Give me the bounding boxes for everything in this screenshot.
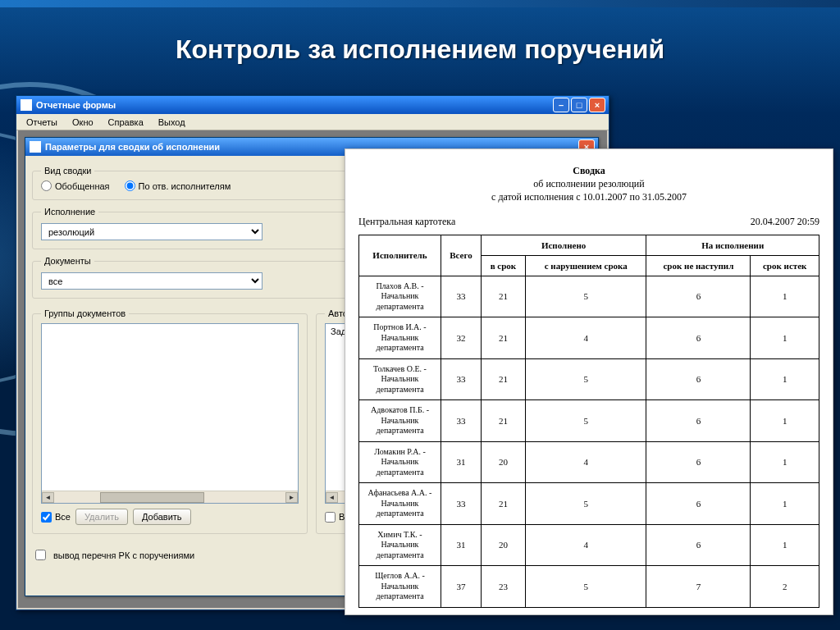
group-doc-groups: Группы документов ◄ ► Все (32, 308, 308, 534)
combo-documents[interactable]: все (41, 272, 262, 290)
cell-total: 37 (441, 566, 482, 608)
cell-total: 33 (441, 400, 482, 442)
scroll-left-icon[interactable]: ◄ (42, 492, 54, 503)
listbox-doc-groups[interactable]: ◄ ► (41, 323, 299, 504)
cell-in_time: 21 (481, 358, 525, 400)
cell-violated: 5 (526, 400, 646, 442)
cell-exec: Афанасьева А.А. - Начальник департамента (359, 483, 441, 525)
report-title-3: с датой исполнения с 10.01.2007 по 31.05… (358, 190, 819, 203)
cell-in_time: 21 (481, 317, 525, 359)
menu-window[interactable]: Окно (66, 116, 100, 129)
cell-exec: Щеглов А.А. - Начальник департамента (359, 566, 441, 608)
cell-violated: 5 (526, 566, 646, 608)
combo-execution[interactable]: резолюций (41, 223, 262, 240)
cell-expired: 1 (751, 524, 819, 566)
th-not-due: срок не наступил (646, 255, 751, 276)
report-header: Сводка об исполнении резолюций с датой и… (358, 164, 819, 204)
minimize-button[interactable]: – (553, 98, 569, 112)
cell-total: 32 (441, 317, 482, 359)
cell-expired: 1 (751, 400, 819, 442)
cell-not_due: 7 (646, 566, 751, 608)
cell-total: 33 (441, 358, 482, 400)
report-table: Исполнитель Всего Исполнено На исполнени… (358, 235, 819, 608)
radio-general-input[interactable] (41, 180, 52, 191)
menu-exit[interactable]: Выход (152, 116, 192, 129)
checkbox-all-groups[interactable]: Все (41, 512, 71, 523)
cell-not_due: 6 (646, 400, 751, 442)
maximize-button[interactable]: □ (571, 98, 587, 112)
cell-violated: 5 (526, 358, 646, 400)
cell-exec: Ломакин Р.А. - Начальник департамента (359, 441, 441, 483)
close-button[interactable]: × (589, 98, 605, 112)
radio-by-exec[interactable]: По отв. исполнителям (125, 180, 231, 191)
dialog-icon (30, 141, 41, 153)
cell-total: 33 (441, 276, 482, 317)
th-done-group: Исполнено (481, 235, 646, 255)
cell-not_due: 6 (646, 358, 751, 400)
cell-violated: 4 (526, 317, 646, 359)
table-row: Плахов А.В. - Начальник департамента3321… (359, 276, 819, 317)
checkbox-all-authors-input[interactable] (325, 512, 336, 523)
checkbox-output-rk[interactable] (35, 550, 46, 560)
th-violated: с нарушением срока (526, 255, 646, 276)
th-in-time: в срок (481, 255, 525, 276)
cell-in_time: 21 (481, 276, 525, 317)
radio-general[interactable]: Обобщенная (41, 180, 110, 191)
cell-exec: Химич Т.К. - Начальник департамента (359, 524, 441, 566)
group-execution-legend: Исполнение (41, 207, 98, 217)
group-documents-legend: Документы (41, 256, 94, 266)
cell-exec: Плахов А.В. - Начальник департамента (359, 276, 441, 317)
table-row: Афанасьева А.А. - Начальник департамента… (359, 483, 819, 525)
delete-group-button[interactable]: Удалить (75, 509, 128, 525)
radio-by-exec-input[interactable] (125, 180, 135, 191)
cell-exec: Портнов И.А. - Начальник департамента (359, 317, 441, 359)
cell-total: 31 (441, 524, 482, 566)
th-expired: срок истек (751, 255, 819, 276)
cell-not_due: 6 (646, 441, 751, 483)
group-view-legend: Вид сводки (41, 166, 94, 176)
cell-expired: 1 (751, 483, 819, 525)
table-row: Щеглов А.А. - Начальник департамента3723… (359, 566, 819, 608)
checkbox-all-groups-input[interactable] (41, 512, 52, 523)
cell-expired: 1 (751, 317, 819, 359)
th-total: Всего (441, 235, 482, 276)
cell-in_time: 21 (481, 483, 525, 525)
app-icon (21, 99, 32, 111)
table-row: Толкачев О.Е. - Начальник департамента33… (359, 358, 819, 400)
table-row: Химич Т.К. - Начальник департамента31204… (359, 524, 819, 566)
add-group-button[interactable]: Добавить (133, 509, 191, 525)
cell-expired: 1 (751, 358, 819, 400)
cell-expired: 2 (751, 566, 819, 608)
cell-in_time: 20 (481, 524, 525, 566)
checkbox-all-groups-label: Все (55, 512, 71, 522)
report-title-1: Сводка (358, 164, 819, 177)
menu-reports[interactable]: Отчеты (20, 116, 64, 129)
menu-help[interactable]: Справка (102, 116, 150, 129)
menubar: Отчеты Окно Справка Выход (16, 114, 609, 130)
cell-expired: 1 (751, 276, 819, 317)
report-title-2: об исполнении резолюций (358, 177, 819, 190)
scroll-left-icon[interactable]: ◄ (326, 492, 338, 503)
radio-by-exec-label: По отв. исполнителям (139, 181, 231, 191)
cell-violated: 5 (526, 483, 646, 525)
cell-not_due: 6 (646, 483, 751, 525)
report-document: Сводка об исполнении резолюций с датой и… (345, 148, 833, 615)
table-row: Портнов И.А. - Начальник департамента322… (359, 317, 819, 359)
checkbox-output-rk-label: вывод перечня РК с поручениями (53, 550, 194, 560)
cell-total: 31 (441, 441, 482, 483)
cell-violated: 5 (526, 276, 646, 317)
cell-expired: 1 (751, 441, 819, 483)
table-row: Ломакин Р.А. - Начальник департамента312… (359, 441, 819, 483)
cell-in_time: 21 (481, 400, 525, 442)
cell-not_due: 6 (646, 276, 751, 317)
slide-title: Контроль за исполнением поручений (0, 34, 840, 65)
scrollbar-doc-groups[interactable]: ◄ ► (42, 491, 298, 503)
cell-exec: Толкачев О.Е. - Начальник департамента (359, 358, 441, 400)
th-executor: Исполнитель (359, 235, 441, 276)
scroll-right-icon[interactable]: ► (285, 492, 298, 503)
radio-general-label: Обобщенная (55, 181, 110, 191)
cell-not_due: 6 (646, 317, 751, 359)
titlebar-main[interactable]: Отчетные формы – □ × (16, 96, 609, 114)
report-right-meta: 20.04.2007 20:59 (751, 216, 819, 228)
cell-in_time: 20 (481, 441, 525, 483)
